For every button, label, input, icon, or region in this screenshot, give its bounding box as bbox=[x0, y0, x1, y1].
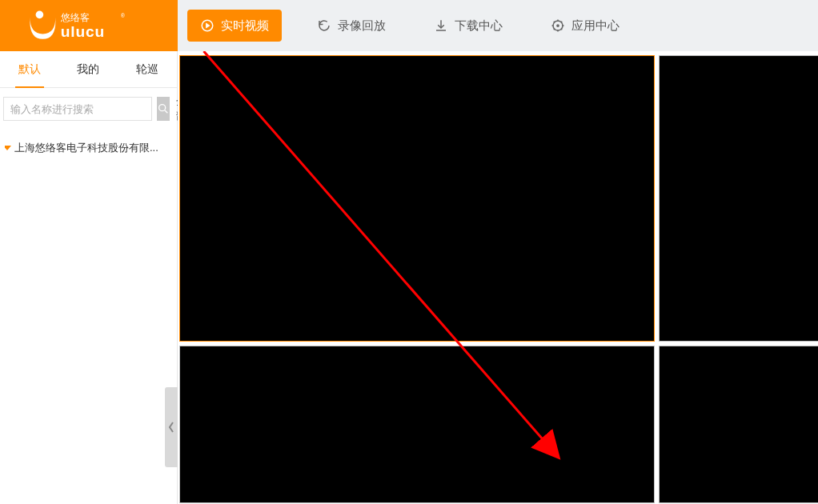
playback-icon bbox=[317, 18, 331, 33]
search-button[interactable] bbox=[157, 97, 170, 121]
search-input[interactable] bbox=[3, 97, 152, 121]
sidebar-collapse-handle[interactable] bbox=[165, 387, 178, 467]
nav-download-label: 下载中心 bbox=[455, 18, 503, 34]
nav-playback[interactable]: 录像回放 bbox=[304, 10, 399, 42]
tab-mine[interactable]: 我的 bbox=[74, 51, 102, 88]
tab-patrol[interactable]: 轮巡 bbox=[133, 51, 162, 88]
svg-text:®: ® bbox=[121, 13, 125, 18]
video-cell-2[interactable] bbox=[659, 55, 818, 342]
app-header: 悠络客 ® ulucu 实时视频 录像回放 下载中心 bbox=[0, 0, 818, 51]
chevron-left-icon bbox=[167, 421, 175, 434]
tab-default[interactable]: 默认 bbox=[15, 51, 44, 88]
video-cell-1[interactable] bbox=[179, 55, 655, 342]
nav-apps-label: 应用中心 bbox=[571, 18, 620, 34]
caret-down-icon bbox=[5, 146, 11, 150]
nav-live-label: 实时视频 bbox=[221, 18, 269, 34]
app-body: 默认 我的 轮巡 全部 上海悠络客电子科技股份有限... bbox=[0, 51, 818, 504]
search-icon bbox=[157, 102, 170, 115]
svg-point-0 bbox=[36, 11, 44, 19]
ulucu-logo-icon: 悠络客 ® ulucu bbox=[25, 8, 153, 43]
tree-root-item[interactable]: 上海悠络客电子科技股份有限... bbox=[5, 141, 172, 155]
download-icon bbox=[434, 18, 448, 33]
video-cell-3[interactable] bbox=[179, 346, 655, 503]
svg-point-5 bbox=[159, 105, 166, 111]
brand-chinese: 悠络客 bbox=[60, 12, 90, 23]
top-nav: 实时视频 录像回放 下载中心 应用中心 bbox=[178, 0, 818, 51]
nav-live-video[interactable]: 实时视频 bbox=[187, 10, 282, 42]
brand-logo: 悠络客 ® ulucu bbox=[0, 0, 178, 51]
video-cell-4[interactable] bbox=[659, 346, 818, 503]
apps-icon bbox=[551, 18, 565, 33]
video-grid-area bbox=[178, 51, 818, 504]
live-video-icon bbox=[200, 18, 215, 33]
device-tree: 上海悠络客电子科技股份有限... bbox=[0, 130, 177, 160]
nav-download[interactable]: 下载中心 bbox=[421, 10, 515, 42]
sidebar-tabs: 默认 我的 轮巡 bbox=[0, 51, 177, 88]
nav-apps[interactable]: 应用中心 bbox=[538, 10, 632, 42]
sidebar: 默认 我的 轮巡 全部 上海悠络客电子科技股份有限... bbox=[0, 51, 178, 504]
nav-playback-label: 录像回放 bbox=[338, 18, 386, 34]
tree-root-label: 上海悠络客电子科技股份有限... bbox=[14, 141, 158, 155]
brand-latin: ulucu bbox=[61, 23, 105, 40]
search-row: 全部 bbox=[0, 88, 177, 130]
svg-point-4 bbox=[556, 24, 559, 27]
